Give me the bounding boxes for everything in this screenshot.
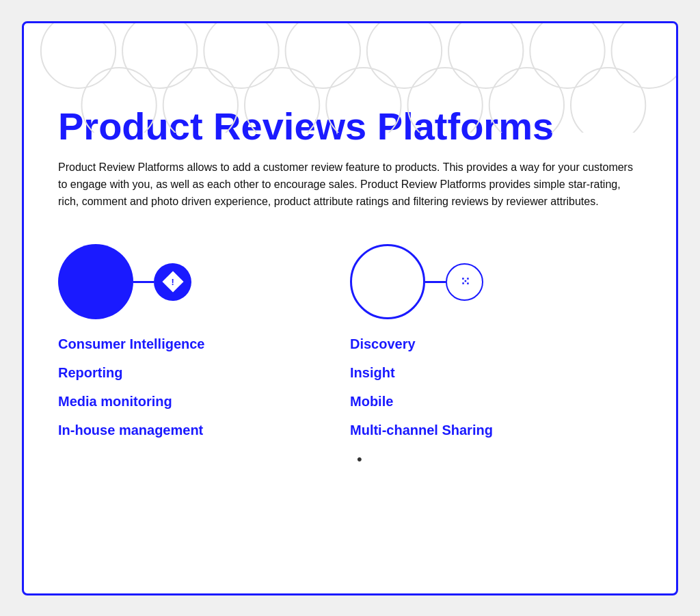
right-feature-1: Discovery [350, 336, 642, 352]
right-feature-4: Multi-channel Sharing [350, 422, 642, 438]
svg-point-1 [122, 23, 197, 88]
diamond-icon [162, 271, 183, 293]
left-column: Consumer Intelligence Reporting Media mo… [58, 244, 350, 468]
left-connector [133, 281, 154, 283]
right-feature-2: Insight [350, 364, 642, 381]
right-feature-list: Discovery Insight Mobile Multi-channel S… [350, 336, 642, 438]
left-feature-2: Reporting [58, 364, 350, 381]
left-feature-4: In-house management [58, 422, 350, 438]
left-feature-1: Consumer Intelligence [58, 336, 350, 352]
svg-point-3 [286, 23, 360, 88]
right-connector [425, 281, 446, 283]
left-small-circle [154, 263, 191, 301]
svg-point-4 [367, 23, 442, 88]
left-big-circle [58, 244, 133, 319]
left-diagram [58, 244, 350, 319]
svg-point-7 [612, 23, 676, 88]
right-column: ⁙︎ Discovery Insight Mobile Multi-channe… [350, 244, 642, 468]
page-description: Product Review Platforms allows to add a… [58, 159, 642, 210]
svg-point-6 [530, 23, 604, 88]
page-title: Product Reviews Platforms [58, 105, 642, 148]
right-diagram: ⁙︎ [350, 244, 642, 319]
right-feature-3: Mobile [350, 393, 642, 410]
right-big-circle [350, 244, 425, 319]
left-feature-3: Media monitoring [58, 393, 350, 410]
left-feature-list: Consumer Intelligence Reporting Media mo… [58, 336, 350, 438]
scatter-icon: ⁙︎ [460, 274, 470, 289]
diagram-section: Consumer Intelligence Reporting Media mo… [58, 244, 642, 468]
main-card: Product Reviews Platforms Product Review… [22, 21, 678, 595]
svg-point-5 [448, 23, 523, 88]
right-small-circle: ⁙︎ [446, 263, 483, 301]
svg-point-2 [204, 23, 278, 88]
dot-bullet: • [350, 451, 642, 468]
svg-point-0 [41, 23, 116, 88]
